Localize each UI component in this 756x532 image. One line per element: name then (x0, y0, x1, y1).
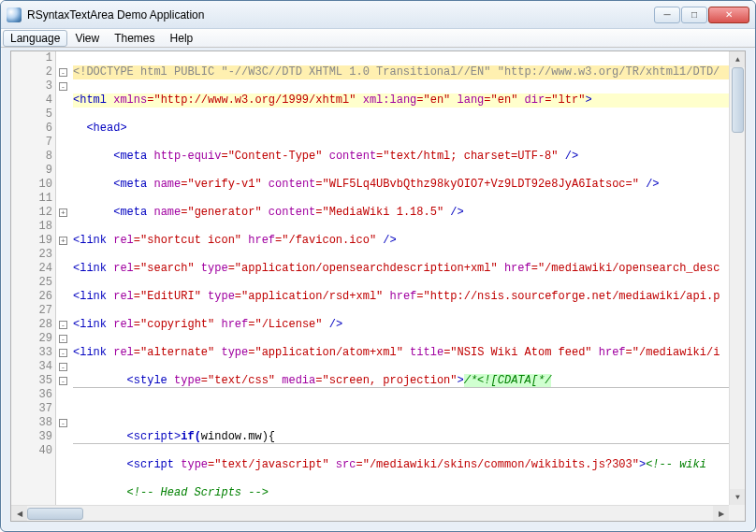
code-line: <script>if(window.mw){ (73, 430, 729, 444)
line-number: 25 (11, 276, 55, 290)
menu-help[interactable]: Help (163, 30, 201, 47)
code-line: <link rel="copyright" href="/License" /> (73, 318, 729, 332)
line-number: 36 (11, 388, 55, 402)
window-title: RSyntaxTextArea Demo Application (27, 8, 654, 22)
line-number: 5 (11, 108, 55, 122)
line-number: 23 (11, 248, 55, 262)
app-window: RSyntaxTextArea Demo Application ─ □ ✕ L… (0, 0, 756, 532)
code-line (73, 402, 729, 416)
code-line: <head> (73, 122, 729, 136)
line-number: 9 (11, 164, 55, 178)
close-button[interactable]: ✕ (708, 7, 749, 23)
fold-collapse-icon[interactable]: - (59, 68, 67, 77)
line-number: 34 (11, 360, 55, 374)
line-number: 12 (11, 206, 55, 220)
line-number: 11 (11, 192, 55, 206)
code-line: <!DOCTYPE html PUBLIC "-//W3C//DTD XHTML… (73, 65, 729, 79)
fold-collapse-icon[interactable]: - (59, 321, 67, 329)
hscroll-track[interactable] (27, 506, 713, 522)
java-app-icon (7, 7, 22, 22)
code-line: <link rel="shortcut icon" href="/favicon… (73, 234, 729, 248)
line-number: 40 (11, 444, 55, 458)
line-number: 8 (11, 150, 55, 164)
line-number: 18 (11, 220, 55, 234)
scroll-up-icon[interactable]: ▲ (730, 51, 745, 67)
code-line: <!-- Head Scripts --> (73, 486, 729, 500)
line-number-gutter[interactable]: 1234567891011121819232425262728293334353… (11, 51, 56, 505)
code-line: <link rel="alternate" type="application/… (73, 346, 729, 360)
fold-collapse-icon[interactable]: - (59, 349, 67, 357)
menu-view[interactable]: View (67, 30, 107, 47)
line-number: 7 (11, 136, 55, 150)
line-number: 29 (11, 332, 55, 346)
line-number: 33 (11, 346, 55, 360)
line-number: 37 (11, 402, 55, 416)
bottom-scroll-row: ◀ ▶ (11, 505, 745, 521)
fold-expand-icon[interactable]: + (59, 237, 67, 245)
titlebar[interactable]: RSyntaxTextArea Demo Application ─ □ ✕ (1, 1, 755, 29)
code-line: <script type="text/javascript" src="/med… (73, 458, 729, 472)
line-number: 28 (11, 318, 55, 332)
scroll-left-icon[interactable]: ◀ (11, 506, 27, 522)
line-number: 3 (11, 79, 55, 93)
code-line: <html xmlns="http://www.w3.org/1999/xhtm… (73, 93, 729, 108)
code-line: <link rel="search" type="application/ope… (73, 262, 729, 276)
line-number: 24 (11, 262, 55, 276)
code-line: <link rel="EditURI" type="application/rs… (73, 290, 729, 304)
maximize-button[interactable]: □ (681, 7, 707, 23)
menubar: Language View Themes Help (1, 29, 755, 48)
scroll-down-icon[interactable]: ▼ (730, 489, 745, 505)
code-line: <meta name="generator" content="MediaWik… (73, 206, 729, 220)
line-number: 39 (11, 430, 55, 444)
editor-container: 1234567891011121819232425262728293334353… (10, 50, 746, 522)
line-number: 19 (11, 234, 55, 248)
menu-themes[interactable]: Themes (107, 30, 162, 47)
code-line: <meta name="verify-v1" content="WLF5Lq4U… (73, 178, 729, 192)
fold-column[interactable]: --++------ (56, 51, 69, 505)
line-number: 27 (11, 304, 55, 318)
line-number: 35 (11, 374, 55, 388)
code-line: <style type="text/css" media="screen, pr… (73, 374, 729, 388)
fold-collapse-icon[interactable]: - (59, 419, 67, 427)
hscroll-thumb[interactable] (27, 508, 83, 520)
line-number: 6 (11, 122, 55, 136)
line-number: 26 (11, 290, 55, 304)
line-number: 1 (11, 51, 55, 65)
fold-collapse-icon[interactable]: - (59, 377, 67, 385)
line-number: 2 (11, 65, 55, 79)
code-area[interactable]: <!DOCTYPE html PUBLIC "-//W3C//DTD XHTML… (69, 51, 729, 505)
editor-body: 1234567891011121819232425262728293334353… (11, 51, 745, 505)
scroll-right-icon[interactable]: ▶ (713, 506, 729, 522)
fold-collapse-icon[interactable]: - (59, 335, 67, 343)
fold-collapse-icon[interactable]: - (59, 363, 67, 371)
scroll-corner (729, 505, 745, 521)
code-line: <meta http-equiv="Content-Type" content=… (73, 150, 729, 164)
menu-language[interactable]: Language (3, 30, 67, 47)
window-buttons: ─ □ ✕ (654, 7, 749, 23)
horizontal-scrollbar[interactable]: ◀ ▶ (11, 505, 729, 521)
fold-collapse-icon[interactable]: - (59, 82, 67, 91)
fold-expand-icon[interactable]: + (59, 208, 67, 217)
minimize-button[interactable]: ─ (654, 7, 680, 23)
line-number: 4 (11, 93, 55, 108)
vscroll-thumb[interactable] (732, 67, 744, 133)
line-number: 10 (11, 178, 55, 192)
line-number: 38 (11, 416, 55, 430)
vertical-scrollbar[interactable]: ▲ ▼ (729, 51, 745, 505)
